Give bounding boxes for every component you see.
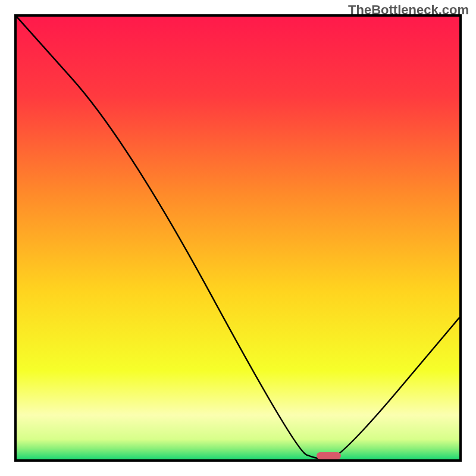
chart-container: TheBottleneck.com bbox=[0, 0, 476, 476]
bottleneck-marker bbox=[317, 452, 341, 459]
watermark-text: TheBottleneck.com bbox=[348, 2, 469, 18]
plot-area bbox=[14, 14, 462, 462]
curve-line bbox=[17, 17, 459, 459]
